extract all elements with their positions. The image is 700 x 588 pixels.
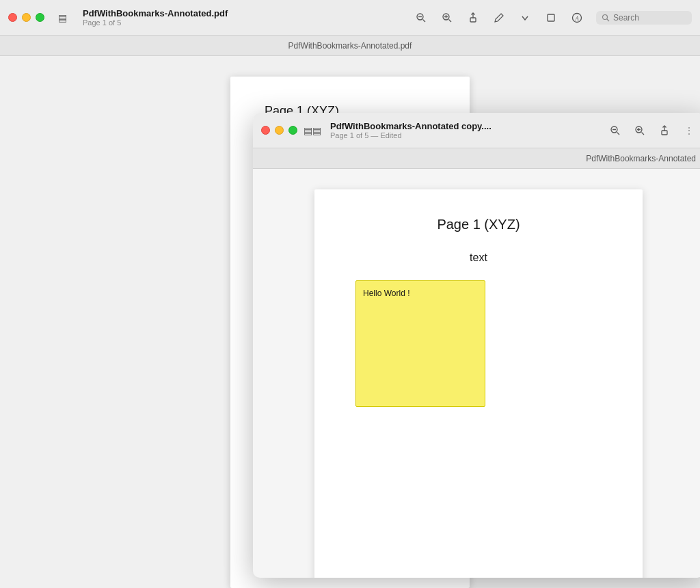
back-titlebar: PdfWithBookmarks-Annotated.pdf Page 1 of… — [0, 0, 700, 36]
maximize-button[interactable] — [36, 13, 44, 22]
share-icon[interactable] — [466, 11, 480, 25]
front-titlebar: ▤ PdfWithBookmarks-Annotated copy.... Pa… — [253, 113, 700, 148]
svg-line-6 — [449, 19, 452, 22]
front-page-title: Page 1 (XYZ) — [355, 217, 602, 232]
search-input[interactable] — [613, 13, 682, 23]
front-traffic-lights — [261, 126, 297, 135]
back-tab-label: PdfWithBookmarks-Annotated.pdf — [288, 41, 412, 51]
svg-line-19 — [642, 132, 645, 135]
svg-point-11 — [603, 14, 608, 19]
svg-line-12 — [607, 18, 610, 21]
close-button[interactable] — [8, 13, 17, 22]
zoom-out-icon[interactable] — [414, 11, 428, 25]
traffic-lights — [8, 13, 44, 22]
front-share-icon[interactable] — [658, 124, 671, 137]
front-sidebar-toggle-icon[interactable]: ▤ — [306, 124, 319, 137]
front-tab-label: PdfWithBookmarks-Annotated — [586, 154, 696, 163]
search-box[interactable] — [596, 11, 692, 25]
back-window-title: PdfWithBookmarks-Annotated.pdf — [83, 8, 228, 18]
front-tab-bar: PdfWithBookmarks-Annotated — [253, 148, 700, 169]
front-window: ▤ PdfWithBookmarks-Annotated copy.... Pa… — [253, 113, 700, 578]
front-pdf-page: Page 1 (XYZ) text Hello World ! — [314, 189, 643, 578]
minimize-button[interactable] — [22, 13, 31, 22]
front-page-info: Page 1 of 5 — Edited — [330, 131, 492, 139]
crop-icon[interactable] — [544, 11, 558, 25]
front-close-button[interactable] — [261, 126, 270, 135]
search-icon — [602, 14, 610, 22]
front-window-title: PdfWithBookmarks-Annotated copy.... — [330, 121, 492, 131]
pen-icon[interactable] — [492, 11, 506, 25]
svg-rect-8 — [548, 14, 554, 21]
front-sticky-note[interactable]: Hello World ! — [355, 280, 485, 407]
front-page-text: text — [355, 252, 602, 264]
sidebar-toggle-icon[interactable] — [55, 11, 69, 25]
svg-line-15 — [617, 132, 620, 135]
back-page-info: Page 1 of 5 — [83, 18, 228, 27]
svg-text:A: A — [574, 15, 579, 22]
zoom-in-icon[interactable] — [440, 11, 454, 25]
front-minimize-button[interactable] — [275, 126, 284, 135]
back-tab-bar: PdfWithBookmarks-Annotated.pdf — [0, 36, 700, 56]
front-content: Page 1 (XYZ) text Hello World ! — [253, 169, 700, 578]
front-zoom-in-icon[interactable] — [633, 124, 647, 137]
front-toolbar: ⋮ — [608, 124, 696, 137]
front-extra-icon[interactable]: ⋮ — [682, 124, 696, 137]
annotate-icon[interactable]: A — [570, 11, 584, 25]
caret-down-icon[interactable] — [518, 11, 532, 25]
back-toolbar: A — [414, 11, 692, 25]
svg-line-2 — [423, 19, 426, 22]
front-zoom-out-icon[interactable] — [608, 124, 622, 137]
front-maximize-button[interactable] — [288, 126, 297, 135]
sticky-note-text: Hello World ! — [363, 289, 409, 298]
